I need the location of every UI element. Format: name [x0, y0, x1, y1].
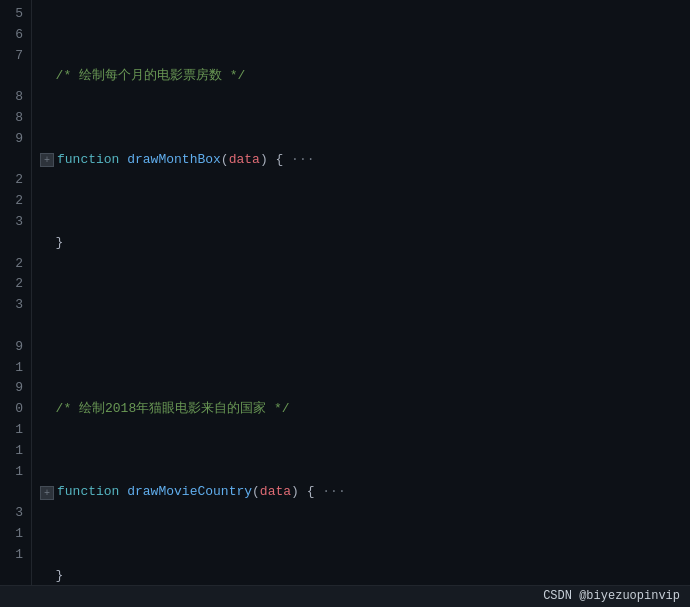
csdn-handle: @biyezuopinvip — [579, 587, 680, 606]
line-numbers: 5 6 7 8 8 9 2 2 3 2 2 3 9 1 9 0 1 1 1 3 — [0, 0, 32, 585]
code-line: +function drawMonthBox(data) { ··· — [40, 150, 682, 171]
csdn-label: CSDN — [543, 587, 572, 606]
code-line: /* 绘制每个月的电影票房数 */ — [40, 66, 682, 87]
status-bar: CSDN @biyezuopinvip — [0, 585, 690, 607]
code-line: } — [40, 233, 682, 254]
code-line: /* 绘制2018年猫眼电影来自的国家 */ — [40, 399, 682, 420]
code-line: } — [40, 566, 682, 585]
code-line: +function drawMovieCountry(data) { ··· — [40, 482, 682, 503]
expand-icon[interactable]: + — [40, 153, 54, 167]
expand-icon[interactable]: + — [40, 486, 54, 500]
code-area: 5 6 7 8 8 9 2 2 3 2 2 3 9 1 9 0 1 1 1 3 — [0, 0, 690, 585]
code-editor: 5 6 7 8 8 9 2 2 3 2 2 3 9 1 9 0 1 1 1 3 — [0, 0, 690, 607]
code-line — [40, 316, 682, 337]
code-content: /* 绘制每个月的电影票房数 */ +function drawMonthBox… — [32, 0, 690, 585]
